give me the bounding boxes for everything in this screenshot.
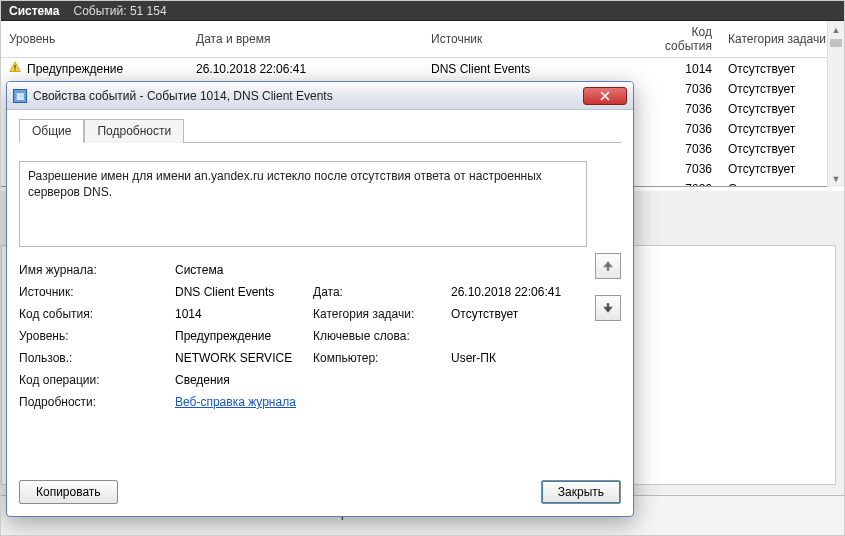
scroll-up-icon[interactable]: ▲ (828, 21, 844, 38)
next-event-button[interactable] (595, 295, 621, 321)
lbl-taskcat: Категория задачи: (313, 307, 443, 321)
lbl-user: Пользов.: (19, 351, 167, 365)
cell-eventid: 7036 (645, 119, 720, 139)
prev-event-button[interactable] (595, 253, 621, 279)
cell-eventid: 7036 (645, 179, 720, 187)
cell-eventid: 1014 (645, 58, 720, 80)
val-taskcat: Отсутствует (451, 307, 587, 321)
table-row[interactable]: Предупреждение26.10.2018 22:06:41DNS Cli… (1, 58, 844, 80)
cell-eventid: 7036 (645, 159, 720, 179)
cell-eventid: 7036 (645, 139, 720, 159)
cell-eventid: 7036 (645, 99, 720, 119)
cell-category: Отсутствует (720, 79, 844, 99)
svg-rect-1 (14, 69, 15, 70)
col-level[interactable]: Уровень (1, 21, 188, 58)
dialog-titlebar[interactable]: ▦ Свойства событий - Событие 1014, DNS C… (7, 82, 633, 110)
lbl-eventid: Код события: (19, 307, 167, 321)
table-scrollbar[interactable]: ▲ ▼ (827, 21, 844, 187)
lbl-source: Источник: (19, 285, 167, 299)
tab-details[interactable]: Подробности (84, 119, 184, 143)
event-properties-dialog: ▦ Свойства событий - Событие 1014, DNS C… (6, 81, 634, 517)
dialog-tabs: Общие Подробности (19, 118, 621, 143)
lbl-keywords: Ключевые слова: (313, 329, 443, 343)
close-dialog-button[interactable]: Закрыть (541, 480, 621, 504)
close-button[interactable] (583, 87, 627, 105)
cell-category: Отсутствует (720, 179, 844, 187)
val-source: DNS Client Events (175, 285, 305, 299)
val-date: 26.10.2018 22:06:41 (451, 285, 587, 299)
col-eventid[interactable]: Код события (645, 21, 720, 58)
event-description[interactable]: Разрешение имен для имени an.yandex.ru и… (19, 161, 587, 247)
cell-category: Отсутствует (720, 139, 844, 159)
dialog-title: Свойства событий - Событие 1014, DNS Cli… (33, 89, 583, 103)
cell-category: Отсутствует (720, 119, 844, 139)
event-count: Событий: 51 154 (74, 4, 167, 18)
svg-rect-0 (14, 65, 15, 69)
lbl-moreinfo: Подробности: (19, 395, 167, 409)
cell-level: Предупреждение (27, 62, 123, 76)
lbl-level: Уровень: (19, 329, 167, 343)
tab-general[interactable]: Общие (19, 119, 84, 143)
val-eventid: 1014 (175, 307, 305, 321)
log-name: Система (9, 4, 60, 18)
cell-category: Отсутствует (720, 99, 844, 119)
scroll-down-icon[interactable]: ▼ (828, 170, 844, 187)
lbl-log: Имя журнала: (19, 263, 167, 277)
warning-icon (9, 61, 21, 76)
val-user: NETWORK SERVICE (175, 351, 305, 365)
cell-datetime: 26.10.2018 22:06:41 (188, 58, 423, 80)
cell-eventid: 7036 (645, 79, 720, 99)
copy-button[interactable]: Копировать (19, 480, 118, 504)
scroll-thumb[interactable] (830, 39, 842, 47)
val-opcode: Сведения (175, 373, 587, 387)
app-icon: ▦ (13, 89, 27, 103)
val-level: Предупреждение (175, 329, 305, 343)
table-header-row: Уровень Дата и время Источник Код событи… (1, 21, 844, 58)
cell-category: Отсутствует (720, 159, 844, 179)
lbl-date: Дата: (313, 285, 443, 299)
link-online-help[interactable]: Веб-справка журнала (175, 395, 296, 409)
col-source[interactable]: Источник (423, 21, 645, 58)
lbl-opcode: Код операции: (19, 373, 167, 387)
val-log: Система (175, 263, 587, 277)
cell-source: DNS Client Events (423, 58, 645, 80)
cell-category: Отсутствует (720, 58, 844, 80)
col-task-category[interactable]: Категория задачи (720, 21, 844, 58)
log-header: Система Событий: 51 154 (1, 1, 844, 21)
col-datetime[interactable]: Дата и время (188, 21, 423, 58)
val-computer: User-ПК (451, 351, 587, 365)
lbl-computer: Компьютер: (313, 351, 443, 365)
